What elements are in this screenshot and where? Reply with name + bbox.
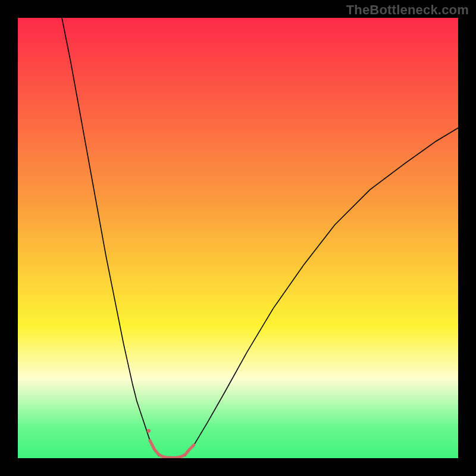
plot-svg — [18, 18, 458, 458]
plot-area — [18, 18, 458, 458]
marker-0 — [147, 429, 151, 433]
watermark-text: TheBottleneck.com — [346, 2, 469, 18]
gradient-background — [18, 18, 458, 458]
marker-layer — [147, 429, 151, 433]
chart-frame: TheBottleneck.com — [0, 0, 476, 476]
